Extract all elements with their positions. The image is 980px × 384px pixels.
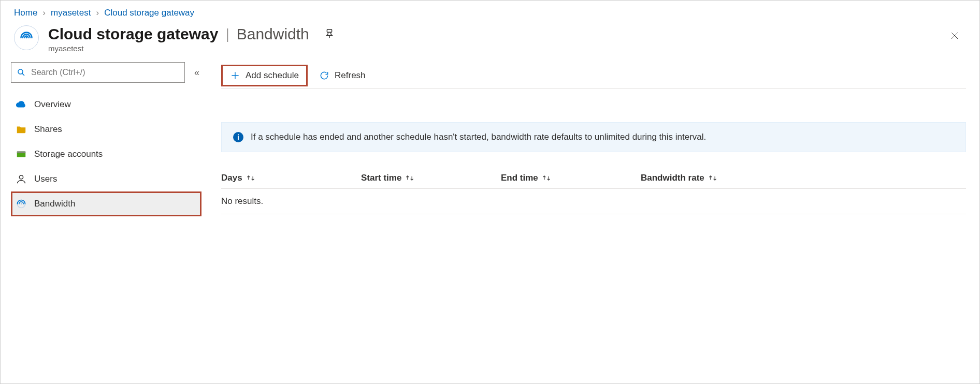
gateway-icon <box>14 25 39 50</box>
folder-icon <box>16 124 27 135</box>
sidebar-item-label: Overview <box>34 99 71 110</box>
chevron-right-icon: › <box>96 8 99 18</box>
sort-icon <box>246 174 256 182</box>
column-start-time[interactable]: Start time <box>361 173 501 183</box>
svg-point-2 <box>18 69 23 74</box>
main-content: Add schedule Refresh i If a schedule has… <box>201 62 979 216</box>
sort-icon <box>405 174 415 182</box>
info-banner: i If a schedule has ended and another sc… <box>221 122 966 152</box>
sidebar-item-label: Bandwidth <box>34 199 75 209</box>
chevron-right-icon: › <box>42 8 46 18</box>
cloud-icon <box>16 99 27 110</box>
toolbar: Add schedule Refresh <box>221 62 966 89</box>
table-empty-row: No results. <box>221 189 966 214</box>
sidebar-item-bandwidth[interactable]: Bandwidth <box>11 191 201 216</box>
page-subtitle-section: Bandwidth <box>237 25 309 43</box>
info-icon: i <box>233 132 243 142</box>
resource-subtitle: myasetest <box>48 44 335 53</box>
title-separator: | <box>225 26 229 42</box>
sidebar-item-overview[interactable]: Overview <box>11 92 201 117</box>
sidebar-item-label: Storage accounts <box>34 149 103 159</box>
bandwidth-icon <box>16 198 27 210</box>
sidebar-search[interactable] <box>11 62 185 83</box>
column-rate-label: Bandwidth rate <box>641 173 704 183</box>
collapse-sidebar-button[interactable]: « <box>192 65 201 80</box>
column-bandwidth-rate[interactable]: Bandwidth rate <box>641 173 755 183</box>
breadcrumb: Home › myasetest › Cloud storage gateway <box>1 1 979 22</box>
column-end-label: End time <box>501 173 538 183</box>
breadcrumb-home[interactable]: Home <box>14 8 37 18</box>
add-schedule-label: Add schedule <box>246 70 299 81</box>
breadcrumb-resource[interactable]: myasetest <box>51 8 91 18</box>
svg-point-7 <box>21 203 22 204</box>
sort-icon <box>541 174 552 182</box>
sidebar-search-input[interactable] <box>30 67 179 78</box>
svg-point-0 <box>26 37 27 39</box>
sort-icon <box>708 174 718 182</box>
column-days-label: Days <box>221 173 242 183</box>
add-schedule-button[interactable]: Add schedule <box>221 65 308 86</box>
storage-icon <box>16 149 27 160</box>
page-header: Cloud storage gateway | Bandwidth myaset… <box>1 22 979 62</box>
pin-icon[interactable] <box>324 28 335 41</box>
schedule-table: Days Start time End time Bandwidth rate … <box>221 173 966 214</box>
svg-rect-4 <box>17 152 26 153</box>
sidebar-item-storage-accounts[interactable]: Storage accounts <box>11 142 201 167</box>
column-start-label: Start time <box>361 173 401 183</box>
info-message: If a schedule has ended and another sche… <box>251 132 706 142</box>
sidebar: « Overview Shares Storage accounts Users <box>1 62 201 216</box>
breadcrumb-section[interactable]: Cloud storage gateway <box>104 8 194 18</box>
sidebar-item-label: Shares <box>34 124 62 135</box>
plus-icon <box>230 70 240 81</box>
sidebar-item-label: Users <box>34 174 57 184</box>
column-end-time[interactable]: End time <box>501 173 641 183</box>
table-header: Days Start time End time Bandwidth rate <box>221 173 966 189</box>
sidebar-item-shares[interactable]: Shares <box>11 117 201 142</box>
svg-rect-1 <box>327 29 332 32</box>
refresh-label: Refresh <box>335 70 366 81</box>
close-button[interactable] <box>946 27 963 44</box>
svg-point-5 <box>19 175 23 179</box>
refresh-icon <box>319 70 329 81</box>
user-icon <box>16 173 27 185</box>
sidebar-item-users[interactable]: Users <box>11 167 201 191</box>
page-title: Cloud storage gateway <box>48 25 218 43</box>
column-days[interactable]: Days <box>221 173 361 183</box>
search-icon <box>17 68 26 77</box>
refresh-button[interactable]: Refresh <box>312 65 373 86</box>
